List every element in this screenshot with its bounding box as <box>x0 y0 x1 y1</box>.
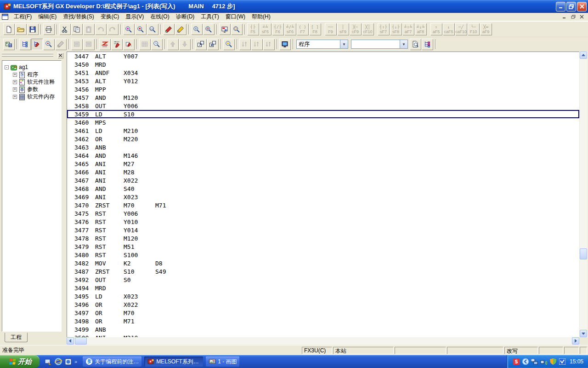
menu-tools[interactable]: 工具(T) <box>198 12 222 22</box>
instruction-row-3453[interactable]: 3453ALTY012 <box>67 77 579 85</box>
open-button[interactable] <box>15 23 27 35</box>
instruction-row-3468[interactable]: 3468ANDS40 <box>67 184 579 193</box>
jump-source-button[interactable] <box>195 39 207 50</box>
instruction-row-3499[interactable]: 3499ANB <box>67 325 579 334</box>
tree-item-program[interactable]: +程序 <box>2 71 61 78</box>
instruction-row-3494[interactable]: 3494MRD <box>67 284 579 292</box>
cross-reference-button[interactable] <box>191 23 203 35</box>
write-mode-button[interactable] <box>31 39 43 50</box>
instruction-row-3461[interactable]: 3461LDM210 <box>67 126 579 135</box>
verify-tray-icon[interactable] <box>559 358 566 365</box>
instruction-row-3459[interactable]: 3459LDS10 <box>67 110 579 118</box>
scroll-left-button[interactable] <box>67 337 74 345</box>
instruction-row-3487[interactable]: 3487ZRSTS10S49 <box>67 267 579 276</box>
menu-help[interactable]: 帮助(H) <box>249 12 274 22</box>
find-button[interactable] <box>123 23 135 35</box>
child-close-button[interactable] <box>578 14 585 20</box>
instruction-row-3464[interactable]: 3464ANDM146 <box>67 151 579 160</box>
instruction-row-3462[interactable]: 3462ORM220 <box>67 135 579 143</box>
instruction-row-3457[interactable]: 3457ANDM120 <box>67 93 579 102</box>
monitor-mode-button[interactable] <box>43 39 55 50</box>
menu-diagnostics[interactable]: 诊断(D) <box>173 12 198 22</box>
dock-close-button[interactable] <box>57 52 63 58</box>
find-device-button[interactable]: 12 <box>147 23 158 35</box>
instruction-row-3463[interactable]: 3463ANB <box>67 143 579 151</box>
tree-root-project[interactable]: -ag1 <box>2 63 61 71</box>
browser-launcher-icon[interactable] <box>64 358 72 366</box>
instruction-row-3497[interactable]: 3497ORM70 <box>67 309 579 317</box>
save-button[interactable] <box>27 23 39 35</box>
vertical-scrollbar[interactable] <box>580 52 588 337</box>
instruction-row-3458[interactable]: 3458OUTY006 <box>67 102 579 110</box>
instruction-row-3450[interactable]: 3450MRD <box>67 60 579 69</box>
copy-button[interactable] <box>71 23 83 35</box>
menu-convert[interactable]: 变换(C) <box>97 12 123 22</box>
show-desktop-icon[interactable] <box>44 358 52 366</box>
menu-find-replace[interactable]: 查找/替换(S) <box>60 12 97 22</box>
device-test-button[interactable] <box>163 23 175 35</box>
wireless-tray-icon[interactable] <box>540 358 548 365</box>
program-select-dropdown-arrow-icon[interactable]: ▼ <box>340 40 348 48</box>
network-tray-icon[interactable] <box>531 358 538 365</box>
tree-item-device-memory[interactable]: +软元件内存 <box>2 93 61 100</box>
instruction-row-3496[interactable]: 3496ORX022 <box>67 300 579 309</box>
horizontal-scrollbar[interactable] <box>67 337 579 345</box>
instruction-list[interactable]: 3447ALTY0073450MRD3451ANDFX0343453ALTY01… <box>67 52 579 337</box>
macro-button[interactable] <box>410 39 421 50</box>
screen-switch-button[interactable] <box>219 23 231 35</box>
expand-toggle-icon[interactable]: + <box>13 80 17 84</box>
menu-edit[interactable]: 编辑(E) <box>35 12 60 22</box>
instruction-row-3447[interactable]: 3447ALTY007 <box>67 52 579 60</box>
instruction-row-3476[interactable]: 3476RSTY010 <box>67 218 579 226</box>
cut-button[interactable] <box>59 23 71 35</box>
instruction-row-3467[interactable]: 3467ANIX022 <box>67 176 579 184</box>
new-button[interactable] <box>3 23 15 35</box>
project-tab[interactable]: 工程 <box>5 333 28 342</box>
expand-toggle-icon[interactable]: + <box>13 73 17 77</box>
instruction-row-3460[interactable]: 3460MPS <box>67 118 579 126</box>
scroll-right-button[interactable] <box>572 337 579 345</box>
project-data-list-button[interactable] <box>422 39 433 50</box>
tree-item-parameter[interactable]: +参数 <box>2 86 61 93</box>
menu-view[interactable]: 显示(V) <box>122 12 147 22</box>
instruction-help-button[interactable] <box>231 23 243 35</box>
menu-online[interactable]: 在线(O) <box>147 12 172 22</box>
child-minimize-button[interactable] <box>561 14 568 20</box>
task-paint[interactable]: 1 - 画图 <box>206 356 239 367</box>
device-select[interactable]: ▼ <box>351 40 408 49</box>
change-module-button[interactable]: 10 <box>3 39 15 50</box>
find-contact-button[interactable] <box>223 39 235 50</box>
hide-icons-chevron-icon[interactable] <box>522 358 529 365</box>
task-melsoft[interactable]: MELSOFT系列 GX D... <box>144 356 203 367</box>
close-button[interactable] <box>577 2 587 12</box>
instruction-row-3456[interactable]: 3456MPP <box>67 85 579 93</box>
instruction-row-3482[interactable]: 3482MOVK2D8 <box>67 259 579 267</box>
read-mode-button[interactable] <box>19 39 31 50</box>
scroll-up-button[interactable] <box>580 52 587 59</box>
menu-project[interactable]: 工程(F) <box>11 12 35 22</box>
instruction-row-3500[interactable]: 3500ANIM210 <box>67 334 579 337</box>
instruction-row-3451[interactable]: 3451ANDFX034 <box>67 69 579 77</box>
collapse-toggle-icon[interactable]: - <box>5 65 9 69</box>
start-button[interactable]: 开始 <box>0 355 40 368</box>
restore-button[interactable] <box>566 2 576 12</box>
comment-display-button[interactable] <box>279 39 291 50</box>
convert-button[interactable] <box>99 39 111 50</box>
instruction-row-3465[interactable]: 3465ANIM27 <box>67 160 579 168</box>
ladder-edit-button[interactable] <box>111 39 123 50</box>
expand-toggle-icon[interactable]: + <box>13 87 17 92</box>
used-device-button[interactable] <box>203 23 215 35</box>
minimize-button[interactable] <box>556 2 565 12</box>
sogou-tray-icon[interactable]: S <box>513 358 520 365</box>
instruction-row-3470[interactable]: 3470ZRSTM70M71 <box>67 201 579 209</box>
instruction-row-3479[interactable]: 3479RSTM51 <box>67 242 579 251</box>
device-batch-button[interactable] <box>175 23 187 35</box>
quick-launch-overflow-chevron[interactable]: » <box>74 359 77 364</box>
find-replace-button[interactable] <box>135 23 147 35</box>
device-select-dropdown-arrow-icon[interactable]: ▼ <box>400 40 407 48</box>
tree-item-device-comment[interactable]: +软元件注释 <box>2 78 61 86</box>
expand-toggle-icon[interactable]: + <box>13 95 17 99</box>
instruction-row-3469[interactable]: 3469ANIX023 <box>67 193 579 201</box>
instruction-row-3498[interactable]: 3498ORM71 <box>67 317 579 325</box>
shield-tray-icon[interactable] <box>549 358 557 365</box>
